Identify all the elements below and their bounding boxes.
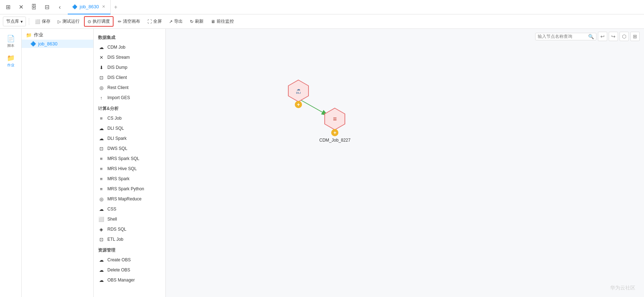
mrs-spark-python-icon: ≡ (98, 186, 105, 192)
import-ges-label: Import GES (107, 95, 130, 100)
database-icon[interactable]: 🗄 (29, 2, 39, 12)
mrs-hive-sql-label: MRS Hive SQL (107, 166, 137, 171)
divider-1 (29, 18, 29, 25)
node-obs-manager[interactable]: ☁ OBS Manager (94, 275, 165, 285)
canvas-area[interactable]: 🔍 ↩ ↪ ⬡ ⊞ ☁ DLI (166, 29, 644, 297)
left-nav: 📄 脚本 📁 作业 (0, 29, 22, 297)
node-dis-dump[interactable]: ⬇ DIS Dump (94, 62, 165, 72)
rest-client-icon: ◎ (98, 84, 105, 91)
node-mrs-mapreduce[interactable]: ◎ MRS MapReduce (94, 194, 165, 204)
canvas-search-icon[interactable]: 🔍 (588, 34, 594, 39)
export-icon: ↗ (169, 19, 173, 24)
table-icon[interactable]: ⊟ (42, 2, 52, 12)
script-label: 脚本 (7, 43, 14, 48)
node-cdm-job[interactable]: ☁ CDM Job (94, 42, 165, 52)
clear-icon: ✏ (118, 19, 121, 24)
node-dli-spark[interactable]: ☁ DLI Spark (94, 133, 165, 143)
tab-label: job_8630 (80, 4, 99, 9)
dli-spark-label: DLI Spark (107, 136, 126, 141)
sidebar-item-job[interactable]: 📁 作业 (5, 51, 16, 71)
node-rest-client[interactable]: ◎ Rest Client (94, 83, 165, 93)
add-tab-button[interactable]: + (111, 4, 121, 10)
cdm-canvas-node[interactable]: ≡ + CDM_Job_8227 (319, 107, 351, 143)
refresh-button[interactable]: ↻ 刷新 (187, 17, 206, 26)
cdm-job-label: CDM Job (107, 45, 125, 50)
css-label: CSS (107, 207, 116, 212)
mrs-spark-icon: ≡ (98, 176, 105, 182)
tree-folder-job[interactable]: 📁 作业 (22, 30, 93, 40)
link-icon[interactable]: ⬡ (619, 32, 629, 41)
close-icon[interactable]: ✕ (16, 2, 26, 12)
node-delete-obs[interactable]: ☁ Delete OBS (94, 265, 165, 275)
redo-icon[interactable]: ↪ (609, 32, 618, 41)
top-icons: ⊞ ✕ 🗄 ⊟ ‹ (3, 2, 65, 12)
node-dis-stream[interactable]: ✕ DIS Stream (94, 52, 165, 62)
node-mrs-spark[interactable]: ≡ MRS Spark (94, 174, 165, 184)
mrs-spark-sql-icon: ≡ (98, 155, 105, 162)
node-create-obs[interactable]: ☁ Create OBS (94, 255, 165, 265)
node-etl-job[interactable]: ⊡ ETL Job (94, 234, 165, 244)
cdm-icon: ≡ (333, 115, 337, 123)
execute-button[interactable]: ⊙ 执行调度 (84, 16, 114, 27)
cs-job-icon: ≡ (98, 115, 105, 121)
dis-client-icon: ⊡ (98, 74, 105, 81)
node-dws-sql[interactable]: ⊡ DWS SQL (94, 143, 165, 154)
monitor-button[interactable]: 🖥 前往监控 (208, 17, 237, 26)
canvas-arrow (166, 29, 644, 297)
tree-file-job8630[interactable]: 🔷 job_8630 (22, 40, 93, 48)
cdm-plus-button[interactable]: + (331, 129, 338, 136)
dli-plus-button[interactable]: + (295, 101, 302, 108)
node-cs-job[interactable]: ≡ CS Job (94, 113, 165, 123)
grid-icon[interactable]: ⊞ (3, 2, 13, 12)
dis-client-label: DIS Client (107, 75, 127, 80)
node-library-panel: 数据集成 ☁ CDM Job ✕ DIS Stream ⬇ DIS Dump ⊡… (94, 29, 166, 297)
fullscreen-icon: ⛶ (147, 19, 152, 24)
sidebar-item-script[interactable]: 📄 脚本 (5, 32, 16, 51)
save-button[interactable]: ⬜ 保存 (32, 17, 53, 26)
fullscreen-button[interactable]: ⛶ 全屏 (145, 17, 165, 26)
node-dli-sql[interactable]: ☁ DLI SQL (94, 123, 165, 133)
file-sidebar: 📁 作业 🔷 job_8630 (22, 29, 94, 297)
node-mrs-hive-sql[interactable]: ≡ MRS Hive SQL (94, 164, 165, 174)
node-mrs-spark-sql[interactable]: ≡ MRS Spark SQL (94, 154, 165, 164)
tab-close-icon[interactable]: ✕ (101, 4, 106, 9)
shell-label: Shell (107, 217, 117, 222)
node-dis-client[interactable]: ⊡ DIS Client (94, 72, 165, 83)
clear-canvas-button[interactable]: ✏ 清空画布 (115, 17, 143, 26)
tab-job-8630[interactable]: 🔷 job_8630 ✕ (68, 0, 111, 14)
obs-manager-label: OBS Manager (107, 278, 135, 283)
undo-icon[interactable]: ↩ (598, 32, 607, 41)
script-icon: 📄 (7, 35, 15, 43)
canvas-search-input[interactable] (538, 34, 588, 39)
dli-canvas-node[interactable]: ☁ DLI + (287, 79, 310, 108)
export-button[interactable]: ↗ 导出 (166, 17, 186, 26)
mrs-mapreduce-label: MRS MapReduce (107, 196, 142, 201)
mrs-hive-sql-icon: ≡ (98, 165, 105, 172)
node-mrs-spark-python[interactable]: ≡ MRS Spark Python (94, 184, 165, 194)
canvas-search-box: 🔍 (535, 33, 596, 40)
node-import-ges[interactable]: ↑ Import GES (94, 93, 165, 103)
canvas-toolbar: 🔍 ↩ ↪ ⬡ ⊞ (535, 32, 640, 41)
delete-obs-icon: ☁ (98, 267, 105, 273)
node-css[interactable]: ☁ CSS (94, 204, 165, 214)
mrs-spark-sql-label: MRS Spark SQL (107, 156, 139, 161)
node-library-select[interactable]: 节点库 ▾ (3, 17, 26, 26)
section-title-data-integration: 数据集成 (94, 32, 165, 42)
save-icon: ⬜ (35, 19, 40, 24)
rest-client-label: Rest Client (107, 85, 129, 90)
cs-job-label: CS Job (107, 116, 121, 121)
create-obs-label: Create OBS (107, 257, 131, 262)
tab-bar: 🔷 job_8630 ✕ + (68, 0, 121, 14)
test-run-button[interactable]: ▷ 测试运行 (55, 17, 83, 26)
job-icon: 📁 (7, 54, 15, 62)
settings-icon[interactable]: ⊞ (630, 32, 640, 41)
refresh-icon: ↻ (190, 19, 194, 24)
shell-icon: ⬜ (98, 216, 105, 222)
rds-sql-icon: ◈ (98, 226, 105, 232)
node-rds-sql[interactable]: ◈ RDS SQL (94, 224, 165, 234)
node-shell[interactable]: ⬜ Shell (94, 214, 165, 224)
dis-dump-label: DIS Dump (107, 65, 127, 70)
collapse-icon[interactable]: ‹ (55, 2, 65, 12)
rds-sql-label: RDS SQL (107, 227, 126, 232)
dli-sql-label: DLI SQL (107, 126, 124, 131)
